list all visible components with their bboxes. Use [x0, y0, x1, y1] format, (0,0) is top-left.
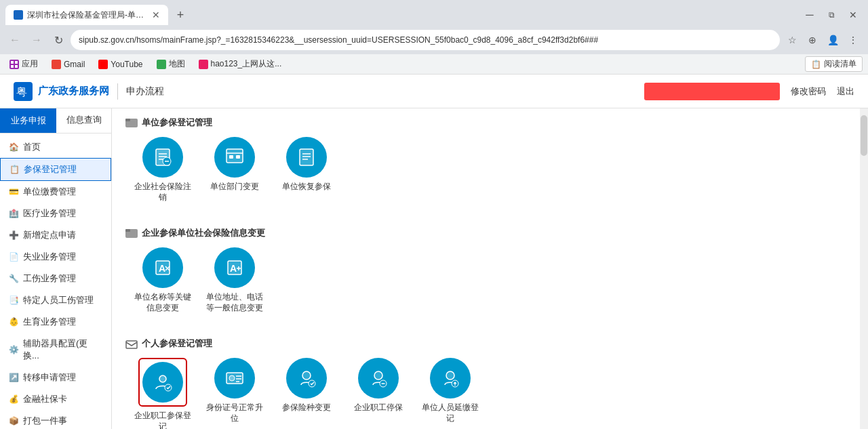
account-icon[interactable]: 👤: [823, 30, 842, 49]
reading-list-label: 阅读清单: [824, 58, 856, 70]
stop-insurance-label: 企业职工停保: [354, 403, 403, 413]
section-company-info-change: 企业参保单位社会保险信息变更 A 单位名称等关键信息变更 A: [112, 219, 860, 329]
grid-item-dept-change[interactable]: 单位部门变更: [204, 137, 265, 203]
new-tab-button[interactable]: +: [171, 5, 190, 24]
bookmark-youtube[interactable]: YouTube: [94, 58, 146, 70]
sidebar-item-payment-label: 单位缴费管理: [23, 186, 76, 198]
address-bar-row: ← → ↻ ☆ ⊕ 👤 ⋮: [0, 26, 868, 54]
extension-icon[interactable]: ⊕: [803, 30, 822, 49]
header-logo: 粤 广东政务服务网: [14, 82, 109, 101]
header-right: 修改密码 退出: [644, 83, 854, 100]
svg-rect-0: [11, 61, 14, 64]
header-subtitle: 申办流程: [126, 85, 164, 98]
browser-chrome: 深圳市社会保险基金管理局-单位... ✕ + ─ ⧉ ✕ ← → ↻ ☆ ⊕ 👤…: [0, 0, 868, 75]
device-icon: ⚙️: [8, 344, 19, 355]
bookmark-star-icon[interactable]: ☆: [783, 30, 802, 49]
grid-item-name-change[interactable]: A 单位名称等关键信息变更: [132, 247, 193, 313]
stop-insurance-icon-circle: [358, 358, 399, 399]
maps-favicon: [157, 60, 166, 69]
grid-item-addr-change[interactable]: A 单位地址、电话等一般信息变更: [204, 247, 265, 313]
section-company-info-header: 企业参保单位社会保险信息变更: [125, 227, 846, 239]
grid-item-ins-change[interactable]: 参保险种变更: [276, 358, 337, 429]
unemploy-icon: 📄: [8, 251, 19, 262]
delay-pay-icon-circle: [430, 358, 471, 399]
sidebar-item-payment[interactable]: 💳 单位缴费管理: [0, 181, 111, 203]
package-icon: 📦: [8, 415, 19, 426]
reading-list-button[interactable]: 📋 阅读清单: [805, 56, 863, 72]
bookmark-maps[interactable]: 地图: [153, 57, 189, 71]
tab-business-apply[interactable]: 业务申报: [0, 108, 56, 133]
sidebar-item-home-label: 首页: [23, 141, 41, 153]
back-button[interactable]: ←: [5, 30, 24, 49]
sidebar-item-card[interactable]: 💰 金融社保卡: [0, 388, 111, 410]
sidebar-item-new-point[interactable]: ➕ 新增定点申请: [0, 224, 111, 246]
page: 粤 广东政务服务网 申办流程 修改密码 退出 业务申报 信息查询 🏠 首页: [0, 75, 868, 429]
svg-point-32: [229, 375, 235, 381]
svg-rect-16: [229, 155, 233, 159]
sidebar-item-registration[interactable]: 📋 参保登记管理: [0, 158, 111, 181]
grid-item-stop-insurance[interactable]: 企业职工停保: [348, 358, 409, 429]
home-icon: 🏠: [8, 142, 19, 152]
sidebar-item-special-injury[interactable]: 📑 特定人员工伤管理: [0, 289, 111, 311]
employee-register-icon-circle: [142, 362, 183, 403]
close-button[interactable]: ✕: [844, 5, 863, 24]
sidebar-item-device-label: 辅助器具配置(更换...: [23, 338, 103, 362]
sidebar-item-birth-label: 生育业务管理: [23, 316, 76, 328]
grid-item-id-upgrade[interactable]: 身份证号正常升位: [204, 358, 265, 429]
section-person-icon: [125, 338, 138, 350]
address-input[interactable]: [71, 30, 780, 50]
active-tab[interactable]: 深圳市社会保险基金管理局-单位... ✕: [5, 5, 168, 25]
svg-text:A: A: [159, 263, 165, 274]
bookmark-gmail-label: Gmail: [64, 60, 85, 69]
sidebar-item-injury[interactable]: 🔧 工伤业务管理: [0, 268, 111, 289]
sidebar-item-package[interactable]: 📦 打包一件事: [0, 410, 111, 429]
sidebar-item-medical[interactable]: 🏥 医疗业务管理: [0, 203, 111, 224]
id-upgrade-icon-circle: [214, 358, 255, 399]
tab-close-button[interactable]: ✕: [152, 9, 160, 20]
tab-info-query[interactable]: 信息查询: [56, 108, 111, 133]
svg-rect-23: [125, 229, 130, 232]
minimize-button[interactable]: ─: [800, 5, 819, 24]
birth-icon: 👶: [8, 316, 19, 327]
grid-item-cancel-insurance[interactable]: 企业社会保险注销: [132, 137, 193, 203]
sidebar-item-birth[interactable]: 👶 生育业务管理: [0, 311, 111, 333]
scrollbar-track[interactable]: [860, 108, 868, 429]
grid-item-restore-insurance[interactable]: 单位恢复参保: [276, 137, 337, 203]
svg-point-29: [159, 375, 166, 382]
menu-icon[interactable]: ⋮: [844, 30, 863, 49]
section-personal-registration-title: 个人参保登记管理: [142, 338, 212, 350]
employee-register-label: 企业职工参保登记: [132, 411, 193, 429]
logout-button[interactable]: 退出: [837, 85, 854, 98]
bookmark-apps[interactable]: 应用: [5, 57, 42, 71]
header-input-box[interactable]: [644, 83, 780, 100]
id-upgrade-label: 身份证号正常升位: [204, 403, 265, 424]
modify-password-button[interactable]: 修改密码: [791, 85, 826, 98]
sidebar-item-device[interactable]: ⚙️ 辅助器具配置(更换...: [0, 333, 111, 367]
medical-icon: 🏥: [8, 208, 19, 219]
reading-list-icon: 📋: [811, 60, 821, 69]
grid-item-delay-pay[interactable]: 单位人员延缴登记: [420, 358, 481, 429]
sidebar-item-card-label: 金融社保卡: [23, 393, 67, 405]
gmail-favicon: [52, 60, 61, 69]
refresh-button[interactable]: ↻: [49, 30, 68, 49]
bookmark-gmail[interactable]: Gmail: [47, 58, 89, 70]
addr-change-label: 单位地址、电话等一般信息变更: [204, 292, 265, 313]
sidebar-item-unemploy[interactable]: 📄 失业业务管理: [0, 246, 111, 268]
svg-rect-28: [126, 341, 137, 348]
payment-icon: 💳: [8, 186, 19, 197]
grid-item-employee-register[interactable]: 企业职工参保登记: [132, 358, 193, 429]
svg-rect-3: [15, 65, 18, 68]
bookmark-hao123[interactable]: hao123_上网从这...: [195, 57, 286, 71]
forward-button[interactable]: →: [27, 30, 46, 49]
sidebar-item-transfer[interactable]: ↗️ 转移申请管理: [0, 367, 111, 388]
cancel-insurance-label: 企业社会保险注销: [132, 182, 193, 203]
scrollbar-thumb[interactable]: [861, 115, 867, 156]
tab-title: 深圳市社会保险基金管理局-单位...: [27, 9, 148, 21]
sidebar-item-home[interactable]: 🏠 首页: [0, 136, 111, 158]
section-unit-registration: 单位参保登记管理 企业社会保险注销: [112, 108, 860, 219]
sidebar-item-medical-label: 医疗业务管理: [23, 207, 76, 220]
maximize-button[interactable]: ⧉: [822, 5, 841, 24]
selected-item-wrapper: [138, 358, 187, 407]
bookmark-hao123-label: hao123_上网从这...: [211, 58, 282, 70]
section-folder2-icon: [125, 227, 138, 239]
